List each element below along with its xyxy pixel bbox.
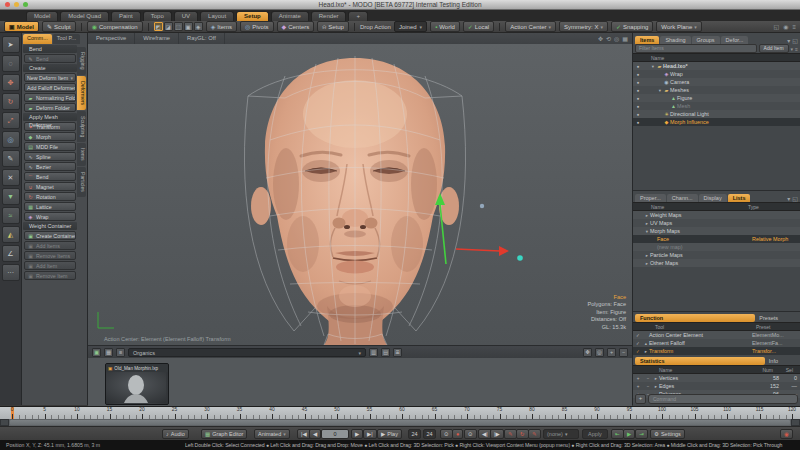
polygons-mode-icon[interactable]: ⬚ [174,22,183,31]
vertices-mode-icon[interactable]: ◩ [154,22,163,31]
setup-mode-button[interactable]: ⍾Setup [317,21,349,32]
collapse-minus-icon[interactable]: − [643,384,653,389]
search-icon[interactable]: ◎ [595,348,604,357]
pan-icon[interactable]: ✥ [598,35,603,42]
toolbox-button-bezier[interactable]: ∿Bezier [24,162,76,171]
play-button[interactable]: ▶Play [377,429,402,439]
pen-icon[interactable]: ✎ [2,150,20,167]
collapse-minus-icon[interactable]: − [643,376,653,381]
chevron-down-icon[interactable]: ▾ [791,46,794,52]
pan-icon[interactable]: ✥ [583,348,592,357]
zoom-out-icon[interactable]: − [619,348,628,357]
select-arrow-icon[interactable]: ➤ [2,36,20,53]
current-frame-field[interactable]: 0 [321,429,349,439]
next-key-button[interactable]: |▶ [490,429,504,439]
drop-action-select[interactable]: Joined▾ [394,21,427,32]
command-input[interactable]: Command [648,394,798,404]
viewport-mode-raygl-off[interactable]: RayGL: Off [179,33,225,44]
viewport-canvas[interactable] [88,44,632,345]
timeline-settings-button[interactable]: ⚙Settings [650,429,685,439]
toolbox-button-bend[interactable]: ✎Bend [24,54,76,63]
record-button[interactable]: ● [452,429,463,439]
items-mode-button[interactable]: ◈Items [206,21,237,32]
tab-statistics[interactable]: Statistics [635,357,765,365]
section-header-weight-container[interactable]: Weight Container [23,222,77,230]
snapping-button[interactable]: ✓Snapping [611,21,653,32]
pivots-mode-button[interactable]: ◎Pivots [240,21,274,32]
handle-center-dot[interactable] [517,255,523,261]
tab--[interactable]: + [348,11,368,21]
action-center-button[interactable]: Action Center▾ [505,21,556,32]
expand-plus-icon[interactable]: + [633,376,643,381]
prev-frame-button[interactable]: ◀ [309,429,321,439]
viewport-mode-perspective[interactable]: Perspective [88,33,135,44]
tab-layout[interactable]: Layout [200,11,234,21]
preset-path-select[interactable]: Organics▾ [128,348,366,357]
scale-icon[interactable]: ⤢ [2,112,20,129]
measure-icon[interactable]: ∠ [2,245,20,262]
apply-field[interactable]: Apply [582,429,608,439]
link-keys-button[interactable]: ⊙ [440,429,453,439]
action-select[interactable]: (none)▾ [543,429,579,439]
tab-topo[interactable]: Topo [143,11,172,21]
item-tree-row[interactable]: ●✳Directional Light [633,110,800,118]
item-tree-row[interactable]: ●▾▰Head.lxo* [633,62,800,70]
auto-key-select[interactable]: Animated▾ [254,429,290,439]
symmetry-button[interactable]: Symmetry: X▾ [559,21,608,32]
item-tree-row[interactable]: ●◆Morph Influence [633,118,800,126]
key-add-button[interactable]: ⊙ [464,429,477,439]
tab-model[interactable]: Model [26,11,58,21]
toolbox-button-spline[interactable]: ∿Spline [24,152,76,161]
toolbox-button-magnet[interactable]: ∪Magnet [24,182,76,191]
viewport-mode-wireframe[interactable]: Wireframe [135,33,179,44]
view-large-icon[interactable]: ⊞ [393,348,402,357]
enable-check-icon[interactable]: ✓ [633,341,643,346]
vertex-map-row[interactable]: ▾Morph Maps [633,227,800,235]
range-band[interactable] [10,420,790,425]
visibility-dot-icon[interactable]: ● [633,72,643,77]
tab-animate[interactable]: Animate [271,11,309,21]
toolbox-button-rotation[interactable]: ↻Rotation [24,192,76,201]
visibility-dot-icon[interactable]: ● [633,120,643,125]
popout-icon[interactable]: ◱ [792,37,798,44]
grid-toggle-icon[interactable]: ▦ [622,35,628,42]
filter-items-input[interactable]: Filter Items [635,44,757,53]
world-axis-button[interactable]: ▪World [430,21,460,32]
view-thumbs-icon[interactable]: ▥ [369,348,378,357]
preset-list-icon[interactable]: ≡ [116,348,125,357]
work-plane-button[interactable]: Work Plane▾ [656,21,701,32]
section-header-apply-mesh-deformer[interactable]: Apply Mesh Deformer [23,113,77,121]
command-history-button[interactable]: + [635,394,646,404]
toolbox-button-remove-item[interactable]: ▣Remove Item [24,271,76,280]
toolbox-button-mdd-file[interactable]: ▤MDD File [24,142,76,151]
toolbox-button-add-falloff-deformer[interactable]: Add Falloff Deformer▾ [24,83,76,92]
preset-grid-icon[interactable]: ▦ [104,348,113,357]
smooth-icon[interactable]: ≈ [2,207,20,224]
next-frame-button[interactable]: ▶ [351,429,363,439]
polygon-tool-icon[interactable]: ▼ [2,188,20,205]
section-header-bend[interactable]: Bend [23,45,77,53]
statistics-row[interactable]: +−▸Edges152— [633,382,800,390]
expand-plus-icon[interactable]: + [633,384,643,389]
tab-setup[interactable]: Setup [236,11,269,21]
layout-switch-icon[interactable]: ◱ [774,24,780,30]
toolbox-button-add-items[interactable]: ▣Add Items [24,241,76,250]
zoom-in-icon[interactable]: + [607,348,616,357]
zoom-icon[interactable]: ◎ [614,35,619,42]
local-axis-button[interactable]: ✓Local [463,21,494,32]
lasso-icon[interactable]: ◌ [2,55,20,72]
tab-info[interactable]: Info [769,358,798,364]
item-mode-icon[interactable]: ◈ [194,22,203,31]
visibility-dot-icon[interactable]: ● [633,96,643,101]
sculpt-mode-button[interactable]: ✎Sculpt [42,21,76,32]
set-key-button[interactable]: ✎ [504,429,517,439]
visibility-dot-icon[interactable]: ● [633,112,643,117]
timeline-ruler[interactable]: 0510152025303540455055606570758085909510… [0,406,800,420]
vertical-tab-particles[interactable]: Particles [77,167,86,197]
materials-mode-icon[interactable]: ▣ [184,22,193,31]
slice-icon[interactable]: ✕ [2,169,20,186]
overflow-menu-icon[interactable]: ≡ [792,24,796,30]
falloff-icon[interactable]: ◎ [2,131,20,148]
toolbox-button-transform[interactable]: ✦Transform [24,122,76,131]
item-tree-row[interactable]: ●◉Camera [633,78,800,86]
